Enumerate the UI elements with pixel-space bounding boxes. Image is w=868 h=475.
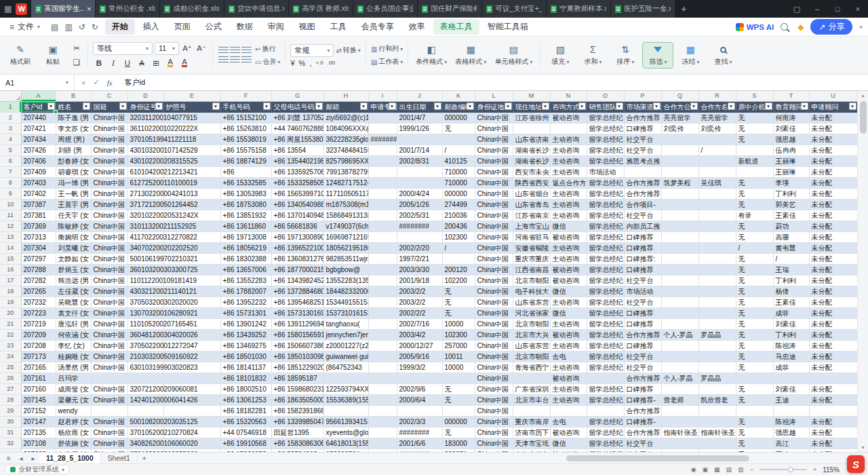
cell[interactable]: 成菲 (773, 307, 809, 318)
cell[interactable]: +86 1573130169 (271, 307, 323, 318)
cell[interactable]: 未分配 (809, 242, 857, 253)
align-right-icon[interactable] (241, 56, 252, 64)
cell[interactable]: 李忆 (女) (56, 340, 91, 351)
cell[interactable]: 社交平台 (624, 210, 661, 221)
cell[interactable] (698, 242, 736, 253)
row-header-21[interactable]: 21 (0, 318, 21, 329)
cell[interactable]: 无 (736, 275, 773, 286)
cell[interactable]: 江西省南昌 (513, 264, 550, 275)
row-header-23[interactable]: 23 (0, 340, 21, 351)
cell[interactable]: China中国 (91, 438, 127, 449)
cell[interactable]: 207282 (21, 275, 56, 286)
cell[interactable]: 河北省张家 (513, 307, 550, 318)
cell[interactable]: 王晨宇 (男 (56, 199, 91, 210)
file-tab[interactable]: 英国留学生...× (31, 0, 96, 18)
cell[interactable]: 留学总经纪 (587, 112, 624, 123)
screenshot-icon[interactable]: ▣ (703, 466, 709, 473)
cell[interactable] (698, 253, 736, 264)
cell[interactable] (661, 155, 698, 166)
cell[interactable]: 青海省西宁 (513, 362, 550, 373)
table-header-cell[interactable]: 市场渠道来源▼ (624, 101, 661, 112)
cell[interactable]: 周煜 (男) (56, 134, 91, 145)
cell[interactable]: 207173 (21, 351, 56, 362)
cell[interactable]: 2003/3/30 (397, 264, 442, 275)
cell[interactable] (773, 373, 809, 383)
paste-button[interactable]: ▣ 粘贴 (38, 43, 68, 68)
conditional-format-button[interactable]: ◧ 条件格式▾ (413, 43, 450, 68)
cell[interactable]: 微信 (550, 286, 587, 297)
table-header-cell[interactable]: 身份证地址▼ (475, 101, 513, 112)
cell[interactable]: 982853511wjrme221( (323, 253, 368, 264)
cell[interactable]: 王丽琳 (773, 155, 809, 166)
file-tab[interactable]: 公务员国企事业单... (353, 0, 418, 18)
cell[interactable] (661, 449, 698, 452)
cell[interactable]: 122593794XXX@163.( (323, 383, 368, 394)
cell[interactable]: China中国 (475, 438, 513, 449)
row-header-26[interactable]: 26 (0, 373, 21, 383)
increase-font-icon[interactable]: A⁺ (181, 42, 193, 54)
cell[interactable]: 济南市历下 (513, 427, 550, 438)
cell[interactable]: +86 1582391866 (271, 405, 323, 416)
row-header-22[interactable]: 22 (0, 329, 21, 340)
minimize-button[interactable]: – (807, 0, 827, 18)
cell[interactable]: +86 1340540988 (271, 199, 323, 210)
copy-icon[interactable]: ❏ (71, 56, 83, 69)
cell[interactable]: China中国 (475, 221, 513, 231)
fill-color-button[interactable]: A (164, 57, 176, 69)
cell[interactable]: China中国 (475, 155, 513, 166)
cell[interactable] (698, 297, 736, 307)
cell[interactable] (368, 242, 397, 253)
row-header-4[interactable]: 4 (0, 134, 21, 145)
cell[interactable]: 2002/3/3 (397, 416, 442, 427)
cell[interactable]: 110105200207165451 (127, 318, 163, 329)
cell[interactable]: 207313 (21, 231, 56, 242)
cell[interactable]: ######## (368, 134, 397, 145)
cell[interactable] (397, 134, 442, 145)
filter-dropdown-icon[interactable]: ▼ (389, 102, 396, 110)
cell[interactable]: +86 17882007 (220, 286, 271, 297)
cell[interactable]: 口碑推荐 (624, 231, 661, 242)
cell[interactable]: 电子科技大 (513, 286, 550, 297)
row-header-8[interactable]: 8 (0, 177, 21, 188)
cell[interactable]: China中国 (475, 318, 513, 329)
merge-center-button[interactable]: ▭合并▾ (255, 56, 280, 67)
cell[interactable]: 广东省深圳 (513, 383, 550, 394)
cell[interactable]: 2005/1/26 (397, 199, 442, 210)
cell[interactable]: 左佳葳 (女 (56, 286, 91, 297)
format-painter-button[interactable]: ✎ 格式刷 (5, 43, 35, 68)
table-header-cell[interactable]: 出生日期▼ (397, 101, 442, 112)
cell[interactable] (809, 405, 857, 416)
cell[interactable]: +86 1971300890 (271, 231, 323, 242)
cell[interactable] (698, 362, 736, 373)
font-family-select[interactable]: 等线 ▾ (93, 42, 153, 55)
cell[interactable]: 社交平台 (624, 449, 661, 452)
cell[interactable]: China中国 (91, 275, 127, 286)
scroll-down-icon[interactable]: ▾ (861, 443, 864, 452)
cell[interactable]: 169698712169698712 (323, 231, 368, 242)
decrease-decimal-icon[interactable]: .00 (328, 60, 335, 66)
cell[interactable]: 彭春婷 (女 (56, 155, 91, 166)
cell[interactable]: China中国 (91, 307, 127, 318)
cell[interactable]: 210036 (442, 210, 475, 221)
filter-dropdown-icon[interactable]: ▼ (765, 102, 772, 110)
cell[interactable]: +86 1863505000 (271, 394, 323, 405)
cell[interactable]: 无 (736, 351, 773, 362)
cell[interactable]: 山东省东营 (513, 297, 550, 307)
cell[interactable]: 留学总经纪 (587, 221, 624, 231)
cell-style-button[interactable]: ▤ 单元格样式▾ (492, 43, 535, 68)
cell[interactable]: +86 15152100 (220, 112, 271, 123)
cell[interactable]: China中国 (475, 351, 513, 362)
cell[interactable]: +86 15332585 (220, 177, 271, 188)
cell[interactable]: 王丽琳 (773, 166, 809, 177)
cell[interactable]: 亮亮留学 (661, 112, 698, 123)
cell[interactable]: 北京市朝阳 (513, 351, 550, 362)
cell[interactable]: 王素佳 (773, 297, 809, 307)
cell[interactable]: 2002/2/2 (397, 307, 442, 318)
cell[interactable]: 610104200212213421 (127, 166, 163, 177)
table-header-cell[interactable]: 原中介机构▼ (736, 101, 773, 112)
cell[interactable]: 微信 (550, 438, 587, 449)
table-header-cell[interactable]: 手机号码▼ (220, 101, 271, 112)
cell[interactable]: 社交平台 (624, 145, 661, 155)
cell[interactable]: +86 52734062 (271, 449, 323, 452)
filter-dropdown-icon[interactable]: ▼ (47, 102, 55, 110)
